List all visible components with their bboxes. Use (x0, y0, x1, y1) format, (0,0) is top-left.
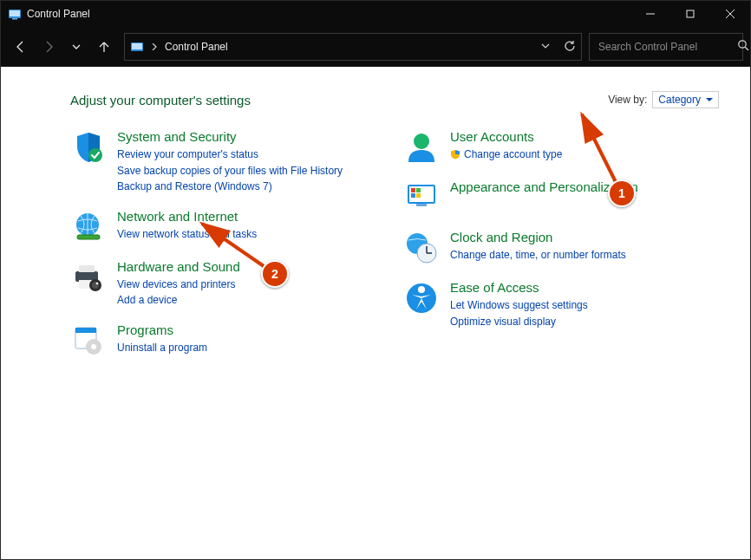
svg-rect-8 (132, 43, 142, 49)
breadcrumb-current[interactable]: Control Panel (165, 41, 228, 53)
svg-rect-4 (687, 10, 694, 17)
address-bar[interactable]: Control Panel (124, 33, 582, 61)
window-title: Control Panel (27, 8, 90, 20)
search-input[interactable] (597, 40, 730, 54)
category-ease-of-access: Ease of Access Let Windows suggest setti… (403, 280, 719, 329)
user-icon (403, 129, 440, 166)
back-button[interactable] (8, 34, 34, 60)
svg-rect-32 (416, 204, 427, 206)
annotation-badge-2: 2 (261, 260, 289, 288)
svg-point-24 (91, 344, 96, 349)
breadcrumb-icon (130, 40, 144, 54)
svg-point-20 (96, 282, 99, 284)
refresh-button[interactable] (564, 40, 576, 55)
category-title[interactable]: Programs (117, 322, 386, 338)
clock-icon (403, 230, 440, 266)
control-panel-icon (8, 7, 22, 21)
category-title[interactable]: Hardware and Sound (117, 259, 386, 275)
minimize-button[interactable] (630, 1, 670, 27)
category-link-text: Change account type (464, 147, 562, 163)
category-hardware-and-sound: Hardware and Sound View devices and prin… (70, 259, 386, 309)
category-clock-and-region: Clock and Region Change date, time, or n… (403, 230, 719, 266)
category-link[interactable]: Review your computer's status (117, 147, 386, 163)
uac-shield-icon (450, 149, 460, 160)
category-title[interactable]: Clock and Region (450, 230, 719, 245)
category-link[interactable]: Save backup copies of your files with Fi… (117, 163, 386, 179)
accessibility-icon (403, 280, 440, 316)
monitor-icon (403, 179, 440, 216)
category-title[interactable]: User Accounts (450, 129, 719, 145)
svg-rect-31 (416, 193, 421, 198)
search-box[interactable] (589, 33, 743, 61)
view-by-select[interactable]: Category (652, 91, 719, 108)
category-system-and-security: System and Security Review your computer… (70, 129, 386, 195)
forward-button[interactable] (36, 34, 62, 60)
svg-line-10 (745, 47, 748, 50)
triangle-down-icon (706, 94, 713, 106)
close-button[interactable] (710, 1, 750, 27)
svg-point-9 (739, 41, 746, 48)
view-by-label: View by: (608, 94, 647, 106)
svg-rect-13 (77, 235, 100, 239)
titlebar: Control Panel (1, 1, 750, 27)
category-link[interactable]: Add a device (117, 292, 386, 309)
svg-rect-28 (411, 188, 415, 192)
category-programs: Programs Uninstall a program (70, 322, 386, 359)
svg-rect-2 (12, 18, 17, 20)
svg-rect-30 (411, 193, 415, 198)
category-link[interactable]: Optimize visual display (450, 314, 719, 330)
category-network-and-internet: Network and Internet View network status… (70, 209, 386, 245)
page-heading: Adjust your computer's settings (70, 93, 251, 107)
view-by: View by: Category (608, 91, 719, 108)
category-user-accounts: User Accounts Change account type (403, 129, 719, 166)
shield-icon (70, 129, 107, 166)
content-area: Adjust your computer's settings View by:… (1, 67, 750, 559)
up-button[interactable] (91, 34, 117, 60)
category-link[interactable]: View network status and tasks (117, 226, 386, 243)
category-link[interactable]: Let Windows suggest settings (450, 297, 719, 314)
right-column: User Accounts Change account type (403, 129, 719, 373)
svg-rect-1 (10, 10, 20, 16)
category-title[interactable]: Appearance and Personalization (450, 179, 719, 195)
svg-point-11 (88, 148, 102, 162)
annotation-badge-1: 1 (608, 179, 636, 207)
category-link[interactable]: Uninstall a program (117, 340, 386, 356)
recent-locations-button[interactable] (63, 34, 89, 60)
svg-rect-22 (75, 328, 96, 333)
category-appearance-and-personalization: Appearance and Personalization (403, 179, 719, 216)
svg-rect-29 (416, 188, 421, 192)
chevron-right-icon[interactable] (151, 42, 158, 52)
category-title[interactable]: Network and Internet (117, 209, 386, 225)
category-title[interactable]: Ease of Access (450, 280, 719, 296)
toolbar: Control Panel (1, 27, 750, 67)
chevron-down-icon[interactable] (541, 41, 550, 53)
category-title[interactable]: System and Security (117, 129, 386, 145)
category-link[interactable]: Change date, time, or number formats (450, 247, 719, 264)
category-link[interactable]: Backup and Restore (Windows 7) (117, 179, 386, 195)
maximize-button[interactable] (670, 1, 710, 27)
printer-icon (70, 259, 107, 296)
svg-rect-16 (79, 265, 95, 272)
globe-icon (70, 209, 107, 245)
programs-icon (70, 322, 107, 359)
search-icon[interactable] (737, 39, 749, 55)
category-link[interactable]: Change account type (450, 147, 719, 163)
left-column: System and Security Review your computer… (70, 129, 386, 373)
svg-point-38 (418, 286, 425, 293)
svg-point-25 (414, 133, 429, 149)
view-by-value: Category (658, 94, 701, 106)
window-frame: Control Panel (0, 0, 751, 560)
category-link[interactable]: View devices and printers (117, 277, 386, 293)
